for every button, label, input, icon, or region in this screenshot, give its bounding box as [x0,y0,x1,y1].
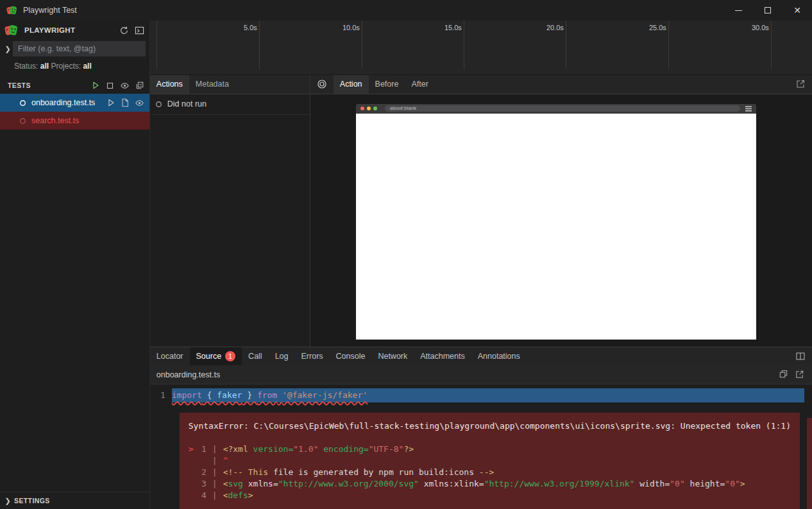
snapshot-viewport: about:blank [310,94,812,347]
tests-section-header: TESTS [0,77,149,94]
tab-annotations[interactable]: Annotations [471,347,527,365]
stop-icon[interactable] [106,82,114,90]
error-message: SyntaxError: C:\Courses\EpicWeb\full-sta… [189,420,791,432]
maximize-button[interactable] [753,0,782,21]
action-list-item[interactable]: Did not run [150,94,310,115]
sidebar: PLAYWRIGHT ❯ Status: all Projects: all [0,21,150,509]
details-panel: Locator Source 1 Call Log Errors Console… [150,347,812,509]
tab-locator[interactable]: Locator [150,347,190,365]
open-snapshot-external-icon[interactable] [795,79,806,89]
tab-metadata[interactable]: Metadata [189,75,235,94]
browser-minimize-dot-icon [367,107,371,110]
test-status-icon [19,99,26,107]
source-file-bar: onboarding.test.ts [150,365,812,384]
filter-chevron-icon[interactable]: ❯ [3,45,13,53]
watch-all-icon[interactable] [120,81,130,91]
settings-chevron-icon: ❯ [3,497,13,505]
tab-source[interactable]: Source 1 [190,347,242,365]
browser-chrome: about:blank [356,104,756,114]
browser-snapshot: about:blank [356,104,756,340]
window-title: Playwright Test [23,6,77,15]
browser-address-bar: about:blank [385,105,740,112]
tab-actions[interactable]: Actions [150,75,189,94]
show-source-icon[interactable] [121,98,130,108]
tab-network[interactable]: Network [371,347,414,365]
snapshot-panel: Action Before After about:blank [310,75,812,347]
browser-menu-icon [745,106,752,112]
close-button[interactable]: ✕ [782,0,812,21]
actions-panel: Actions Metadata Did not run [150,75,310,347]
test-file-name: search.test.ts [31,116,79,125]
sidebar-title: PLAYWRIGHT [24,26,75,34]
copy-source-icon[interactable] [779,370,788,379]
collapse-all-icon[interactable] [135,81,144,90]
source-file-name: onboarding.test.ts [156,370,220,379]
pick-locator-icon[interactable] [310,75,334,94]
test-item-search[interactable]: search.test.ts [0,112,149,130]
timeline-gridline: 10.0s [362,21,362,69]
tab-errors[interactable]: Errors [295,347,330,365]
reload-tests-icon[interactable] [119,26,129,35]
frame-caret-line: | ^ [189,455,791,467]
browser-close-dot-icon [360,107,364,110]
error-code-frame: > 1 | <?xml version="1.0" encoding="UTF-… [189,444,791,501]
minimize-button[interactable] [723,0,753,21]
timeline[interactable]: 5.0s 10.0s 15.0s 20.0s 25.0s 30.0s [150,21,812,75]
frame-line: 4 | <defs> [189,490,791,501]
timeline-gridline: 30.0s [771,21,772,69]
scrollbar-error-strip[interactable] [807,418,812,509]
timeline-gridline: 25.0s [668,21,669,69]
test-item-onboarding[interactable]: onboarding.test.ts [0,94,149,112]
open-source-external-icon[interactable] [795,370,804,379]
source-code-line[interactable]: 1 import { faker } from '@faker-js/faker… [150,388,812,402]
playwright-logo-icon [6,5,17,15]
timeline-gridline: 20.0s [566,21,566,69]
title-bar: Playwright Test ✕ [0,0,812,21]
line-number: 1 [150,388,172,402]
tab-call[interactable]: Call [242,347,269,365]
highlighted-code-line: import { faker } from '@faker-js/faker' [172,388,804,402]
playwright-logo-icon [4,24,18,37]
tab-attachments[interactable]: Attachments [414,347,471,365]
split-view-icon[interactable] [795,351,806,361]
tab-console[interactable]: Console [330,347,372,365]
syntax-error-block: SyntaxError: C:\Courses\EpicWeb\full-sta… [180,413,800,509]
filter-input[interactable] [13,41,146,56]
tab-log[interactable]: Log [269,347,295,365]
action-empty-message: Did not run [167,99,207,108]
test-file-name: onboarding.test.ts [31,98,95,107]
browser-maximize-dot-icon [373,107,377,110]
watch-test-icon[interactable] [135,98,144,108]
timeline-gridline: 5.0s [259,21,260,69]
tab-after[interactable]: After [405,75,434,94]
filter-status-line[interactable]: Status: all Projects: all [0,58,149,74]
tab-before[interactable]: Before [369,75,405,94]
terminal-output-icon[interactable] [135,26,144,35]
frame-line: 2 | <!-- This file is generated by npm r… [189,467,791,478]
timeline-gridline [156,21,157,69]
settings-section-header[interactable]: ❯ SETTINGS [0,492,149,509]
source-viewer[interactable]: 1 import { faker } from '@faker-js/faker… [150,384,812,509]
source-error-badge: 1 [225,351,235,361]
tab-action[interactable]: Action [334,75,369,94]
run-test-icon[interactable] [106,98,115,108]
timeline-gridline: 15.0s [464,21,464,69]
frame-line: 3 | <svg xmlns="http://www.w3.org/2000/s… [189,478,791,490]
frame-line: > 1 | <?xml version="1.0" encoding="UTF-… [189,444,791,455]
browser-page-content [356,114,756,340]
test-status-icon [19,117,26,125]
run-all-icon[interactable] [91,81,100,90]
action-status-icon [155,101,162,108]
